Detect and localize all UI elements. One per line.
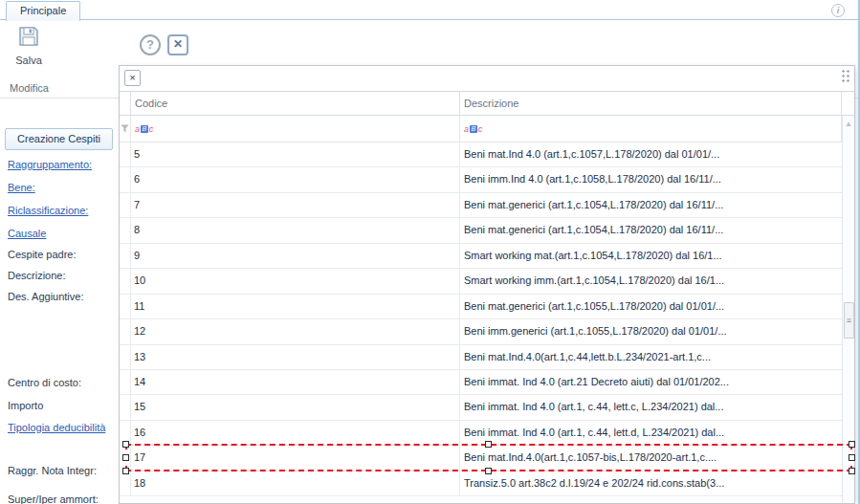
cell-descrizione: Beni immat. Ind 4.0 (art.1, c.44, lett.c…	[460, 395, 842, 419]
annotation-handle[interactable]	[485, 441, 492, 448]
table-row[interactable]: 12Beni imm.generici (art.1,c.1055,L.178/…	[120, 319, 842, 344]
cell-codice: 6	[131, 167, 460, 191]
cell-descrizione: Smart working mat.(art.1,c.1054,L.178/20…	[460, 244, 842, 268]
cell-descrizione: Beni imm.generici (art.1,c.1055,L.178/20…	[460, 319, 842, 343]
cell-descrizione: Transiz.5.0 art.38c2 d.l.19/24 e 202/24 …	[460, 471, 842, 495]
cell-descrizione: Beni imm.Ind 4.0 (art.1,c.1058,L.178/202…	[460, 167, 842, 191]
cell-codice: 12	[131, 319, 460, 343]
cell-descrizione: Beni immat. Ind 4.0 (art.1, c.44, lett.d…	[460, 421, 842, 445]
sidebar: Creazione Cespiti Raggruppamento: Bene: …	[0, 99, 117, 504]
annotation-handle[interactable]	[485, 468, 492, 474]
sidebar-item-importo: Importo	[8, 400, 43, 411]
table-row[interactable]: 8Beni mat.generici (art.1,c.1054,L.178/2…	[120, 218, 842, 243]
table-row[interactable]: 16Beni immat. Ind 4.0 (art.1, c.44, lett…	[120, 421, 842, 446]
annotation-handle[interactable]	[122, 441, 129, 448]
sidebar-item-causale[interactable]: Causale	[8, 228, 46, 239]
tab-creazione-cespiti[interactable]: Creazione Cespiti	[5, 128, 113, 150]
table-row[interactable]: 18Transiz.5.0 art.38c2 d.l.19/24 e 202/2…	[120, 471, 842, 496]
resize-grip-icon[interactable]	[841, 69, 851, 83]
filter-funnel-icon	[120, 116, 131, 142]
cell-codice: 13	[131, 345, 460, 369]
cell-descrizione: Beni mat.generici (art.1,c.1054,L.178/20…	[460, 193, 842, 217]
sidebar-item-bene[interactable]: Bene:	[8, 182, 35, 193]
annotation-handle[interactable]	[122, 468, 129, 474]
selection-annotation	[125, 444, 852, 471]
table-row[interactable]: 13Beni mat.Ind.4.0(art.1,c.44,lett.b.L.2…	[120, 345, 842, 370]
table-row[interactable]: 9Smart working mat.(art.1,c.1054,L.178/2…	[120, 244, 842, 269]
table-row[interactable]: 15Beni immat. Ind 4.0 (art.1, c.44, lett…	[120, 395, 842, 420]
cell-descrizione: Beni immat. Ind 4.0 (art.21 Decreto aiut…	[460, 370, 842, 394]
cell-descrizione: Beni mat.Ind 4.0 (art.1,c.1057,L.178/202…	[460, 142, 842, 166]
filter-cell-codice[interactable]: aBc	[131, 116, 460, 142]
table-row[interactable]: 14Beni immat. Ind 4.0 (art.21 Decreto ai…	[120, 370, 842, 395]
cell-codice: 10	[131, 269, 460, 293]
cell-codice: 5	[131, 142, 460, 166]
filter-cell-descrizione[interactable]: aBc	[460, 116, 842, 142]
filter-abc-icon: aBc	[464, 124, 482, 134]
sidebar-item-raggr-nota-integr: Raggr. Nota Integr:	[8, 465, 97, 476]
save-button[interactable]: Salva	[8, 25, 50, 75]
table-row[interactable]: 5Beni mat.Ind 4.0 (art.1,c.1057,L.178/20…	[120, 142, 842, 167]
floppy-icon	[17, 25, 40, 50]
cell-descrizione: Beni mat.generici (art.1,c.1054,L.178/20…	[460, 218, 842, 242]
annotation-handle[interactable]	[122, 454, 129, 461]
filter-abc-icon: aBc	[135, 124, 153, 134]
sidebar-item-tipologia-deducibilita[interactable]: Tipologia deducibilità	[8, 422, 105, 433]
table-row[interactable]: 6Beni imm.Ind 4.0 (art.1,c.1058,L.178/20…	[120, 167, 842, 192]
sidebar-item-super-iper-ammort: Super/Iper ammort:	[8, 493, 99, 504]
table-row[interactable]: 10Smart working imm.(art.1,c.1054,L.178/…	[120, 269, 842, 294]
cell-descrizione: Beni mat.Ind.4.0(art.1,c.44,lett.b.L.234…	[460, 345, 842, 369]
sidebar-item-descrizione: Descrizione:	[8, 270, 66, 281]
sidebar-item-des-aggiuntive: Des. Aggiuntive:	[8, 291, 84, 302]
cell-descrizione: Beni mat.generici (art.1,c.1055,L.178/20…	[460, 295, 842, 318]
cell-codice: 8	[131, 218, 460, 242]
table-row[interactable]: 11Beni mat.generici (art.1,c.1055,L.178/…	[120, 295, 842, 319]
column-header-codice[interactable]: Codice	[131, 92, 460, 115]
sidebar-item-centro-di-costo: Centro di costo:	[8, 377, 81, 388]
annotation-handle[interactable]	[849, 454, 855, 461]
popup-close-button[interactable]: ×	[124, 70, 141, 86]
scroll-up-arrow-icon[interactable]: ▲	[843, 116, 854, 133]
ribbon-group-label: Modifica	[10, 82, 49, 94]
save-button-label: Salva	[15, 55, 42, 66]
annotation-handle[interactable]	[849, 441, 855, 448]
close-button[interactable]: ✕	[167, 34, 188, 55]
info-icon[interactable]: i	[831, 4, 845, 17]
table-row[interactable]: 7Beni mat.generici (art.1,c.1054,L.178/2…	[120, 193, 842, 218]
lookup-popup: × Codice Descrizione aBc aBc 5Beni mat.I…	[119, 65, 855, 504]
cell-codice: 11	[131, 295, 460, 318]
cell-descrizione: Smart working imm.(art.1,c.1054,L.178/20…	[460, 269, 842, 293]
help-button[interactable]: ?	[140, 34, 161, 55]
sidebar-item-riclassificazione[interactable]: Riclassificazione:	[8, 205, 88, 216]
cell-codice: 14	[131, 370, 460, 394]
tab-principale[interactable]: Principale	[6, 1, 80, 21]
cell-codice: 18	[131, 471, 460, 495]
grid-header: Codice Descrizione	[120, 91, 854, 116]
sidebar-item-cespite-padre: Cespite padre:	[8, 249, 77, 260]
sidebar-item-raggruppamento[interactable]: Raggruppamento:	[8, 159, 92, 170]
cell-codice: 15	[131, 395, 460, 419]
scrollbar-thumb[interactable]: ≡	[844, 302, 854, 339]
auto-filter-row: aBc aBc	[120, 116, 854, 142]
column-header-descrizione[interactable]: Descrizione	[460, 92, 842, 115]
cell-codice: 16	[131, 421, 460, 445]
cell-codice: 9	[131, 244, 460, 268]
row-indicator-header	[120, 92, 131, 115]
cell-codice: 7	[131, 193, 460, 217]
annotation-handle[interactable]	[849, 468, 855, 474]
ribbon-tabstrip: Principale	[0, 0, 860, 20]
